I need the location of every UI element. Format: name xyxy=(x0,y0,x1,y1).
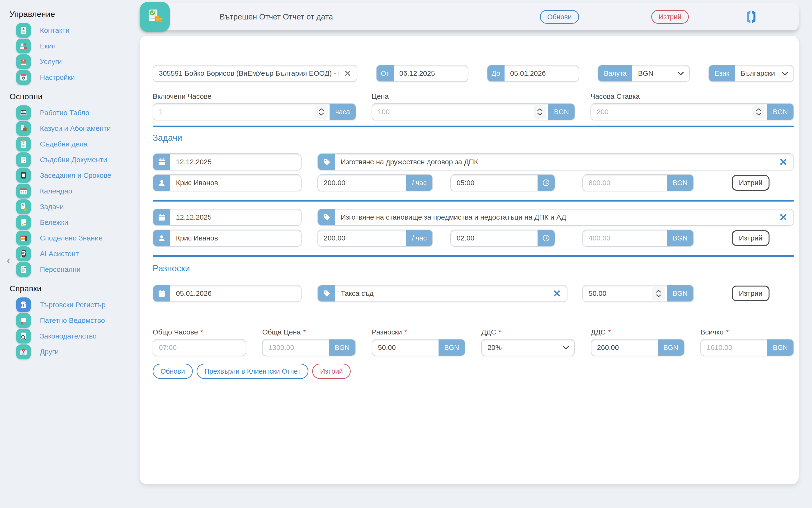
included-hours-input[interactable] xyxy=(153,104,315,120)
task-delete-button[interactable]: Изтрий xyxy=(732,175,769,190)
task-assignee-input[interactable] xyxy=(170,175,301,191)
sidebar-item-others[interactable]: Други xyxy=(0,344,142,359)
sidebar-item-label[interactable]: Настройки xyxy=(40,73,75,81)
sidebar-item-services[interactable]: Услуги xyxy=(0,54,142,70)
sidebar-item-label[interactable]: Услуги xyxy=(40,58,62,66)
sidebar-item-court-documents[interactable]: Съдебни Документи xyxy=(0,152,142,168)
grand-total-input[interactable] xyxy=(701,339,767,355)
refresh-bottom-button[interactable]: Обнови xyxy=(153,364,193,379)
client-select[interactable] xyxy=(153,65,357,82)
sidebar-item-settings[interactable]: Настройки xyxy=(0,70,142,85)
sidebar-item-label[interactable]: Бележки xyxy=(40,218,68,226)
task-amount-field[interactable]: BGN xyxy=(583,174,694,191)
sidebar-item-label[interactable]: Работно Табло xyxy=(40,109,89,117)
detach-icon[interactable] xyxy=(779,158,787,166)
expenses-total-input[interactable] xyxy=(372,339,438,355)
sidebar-item-calendar[interactable]: Календар xyxy=(0,183,142,199)
expense-amount-input[interactable] xyxy=(583,285,652,301)
expense-description-input[interactable] xyxy=(335,285,553,301)
expenses-total-field[interactable]: BGN xyxy=(372,339,465,356)
task-date-input[interactable] xyxy=(170,209,301,225)
task-delete-button[interactable]: Изтрий xyxy=(732,230,769,246)
included-hours-field[interactable]: часа xyxy=(153,103,356,120)
sidebar-item-patent-office[interactable]: Патетно Ведомство xyxy=(0,313,142,328)
delete-bottom-button[interactable]: Изтрий xyxy=(312,364,351,379)
task-amount-input[interactable] xyxy=(583,230,667,246)
task-amount-field[interactable]: BGN xyxy=(583,229,694,247)
expense-date-field[interactable] xyxy=(153,285,302,302)
stepper-icon[interactable] xyxy=(753,105,765,119)
sidebar-item-personal[interactable]: Персонални xyxy=(0,262,142,277)
transfer-to-client-report-button[interactable]: Прехвърли в Клиентски Отчет xyxy=(197,364,308,379)
language-select[interactable]: Език Български xyxy=(709,65,794,82)
sidebar-item-ai-assistant[interactable]: AI Асистент xyxy=(0,246,142,262)
date-from-input[interactable] xyxy=(394,65,468,81)
sidebar-item-court-cases[interactable]: Съдебни дела xyxy=(0,136,142,152)
task-description-input[interactable] xyxy=(335,209,779,225)
client-input[interactable] xyxy=(153,65,344,81)
price-field[interactable]: BGN xyxy=(372,103,575,120)
sidebar-item-label[interactable]: Търговски Регистър xyxy=(40,301,105,309)
task-rate-field[interactable]: / час xyxy=(317,174,433,191)
hourly-rate-input[interactable] xyxy=(591,104,753,120)
task-description-field[interactable] xyxy=(317,209,794,226)
vat-amount-field[interactable]: BGN xyxy=(591,339,684,356)
sidebar-item-label[interactable]: Заседания и Срокове xyxy=(40,171,111,179)
sidebar-item-label[interactable]: Патетно Ведомство xyxy=(40,316,105,325)
sidebar-item-trade-registry[interactable]: Търговски Регистър xyxy=(0,297,142,313)
vat-amount-input[interactable] xyxy=(591,339,658,355)
vat-rate-select[interactable]: 20% xyxy=(481,339,575,356)
sidebar-item-label[interactable]: Календар xyxy=(40,187,72,195)
expense-date-input[interactable] xyxy=(170,285,301,301)
task-amount-input[interactable] xyxy=(583,175,667,191)
total-hours-input[interactable] xyxy=(153,339,246,355)
sidebar-item-team[interactable]: Екип xyxy=(0,38,142,54)
task-rate-field[interactable]: / час xyxy=(317,229,433,247)
task-assignee-field[interactable] xyxy=(153,229,302,247)
task-time-field[interactable] xyxy=(451,229,555,247)
sidebar-item-legislation[interactable]: Законодателство xyxy=(0,328,142,344)
task-assignee-input[interactable] xyxy=(170,230,301,246)
sidebar-item-label[interactable]: Съдебни дела xyxy=(40,140,88,148)
sidebar-item-label[interactable]: Съдебни Документи xyxy=(40,156,107,164)
date-to-field[interactable]: До xyxy=(487,65,579,82)
sidebar-collapse-icon[interactable]: ‹ xyxy=(7,254,10,266)
hourly-rate-field[interactable]: BGN xyxy=(591,103,794,120)
task-date-field[interactable] xyxy=(153,153,302,170)
sidebar-item-shared-knowledge[interactable]: Споделено Знание xyxy=(0,230,142,246)
currency-select[interactable]: Валута BGN xyxy=(598,65,690,82)
language-value[interactable]: Български xyxy=(735,65,782,81)
sidebar-item-label[interactable]: Законодателство xyxy=(40,332,97,340)
sidebar-item-label[interactable]: Персонални xyxy=(40,265,81,273)
task-date-field[interactable] xyxy=(153,209,302,226)
task-time-input[interactable] xyxy=(451,175,538,191)
task-rate-input[interactable] xyxy=(318,175,406,191)
sidebar-item-tasks[interactable]: Задачи xyxy=(0,199,142,215)
price-input[interactable] xyxy=(372,104,533,120)
currency-value[interactable]: BGN xyxy=(632,65,677,81)
delete-button[interactable]: Изтрий xyxy=(651,10,689,24)
refresh-button[interactable]: Обнови xyxy=(540,10,579,24)
task-description-input[interactable] xyxy=(335,154,779,170)
sidebar-item-label[interactable]: AI Асистент xyxy=(40,250,79,258)
stepper-icon[interactable] xyxy=(652,287,665,300)
vat-rate-value[interactable]: 20% xyxy=(482,339,562,355)
task-date-input[interactable] xyxy=(170,154,301,170)
sidebar-item-label[interactable]: Контакти xyxy=(40,26,70,34)
date-to-input[interactable] xyxy=(505,65,579,81)
stepper-icon[interactable] xyxy=(533,105,546,119)
sidebar-item-label[interactable]: Екип xyxy=(40,42,55,50)
task-time-field[interactable] xyxy=(451,174,555,191)
sidebar-item-contacts[interactable]: Контакти xyxy=(0,23,142,38)
clear-icon[interactable] xyxy=(344,70,351,77)
grand-total-field[interactable]: BGN xyxy=(700,339,794,356)
sidebar-item-dashboard[interactable]: Работно Табло xyxy=(0,105,142,121)
stepper-icon[interactable] xyxy=(315,105,328,119)
sidebar-item-label[interactable]: Други xyxy=(40,348,59,356)
task-description-field[interactable] xyxy=(317,153,794,170)
expense-description-field[interactable] xyxy=(317,285,567,302)
detach-icon[interactable] xyxy=(553,289,561,297)
sidebar-item-label[interactable]: Задачи xyxy=(40,203,64,211)
expense-delete-button[interactable]: Изтрии xyxy=(732,286,769,301)
expense-amount-field[interactable]: BGN xyxy=(583,285,694,302)
